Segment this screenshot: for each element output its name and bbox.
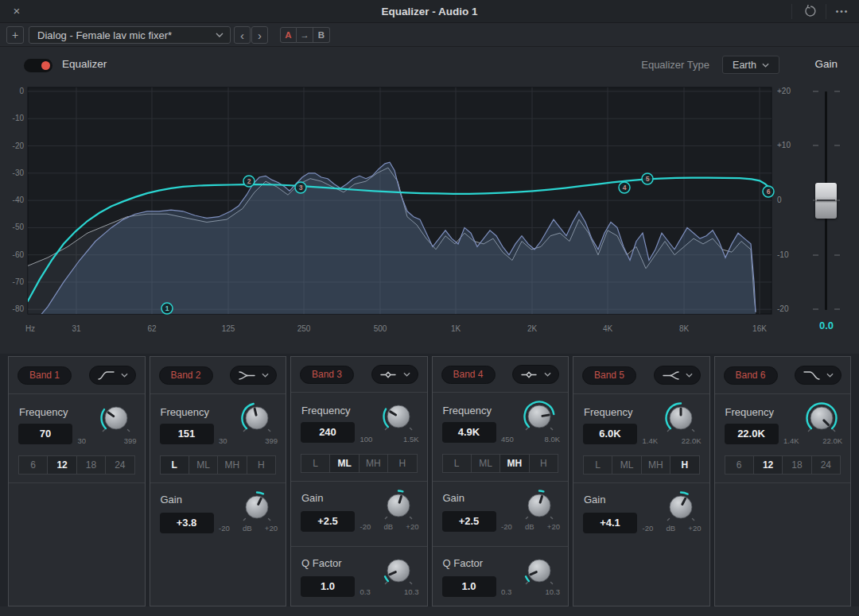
- gain-value[interactable]: +4.1: [583, 513, 637, 533]
- panel-filler: [9, 483, 145, 606]
- slope-button-ml[interactable]: ML: [330, 454, 359, 473]
- chevron-down-icon: [762, 63, 769, 68]
- y-axis-right-label: 0: [777, 196, 801, 204]
- history-button[interactable]: [799, 3, 821, 20]
- freq-label: Frequency: [161, 406, 209, 418]
- band-select-button[interactable]: Band 4: [441, 366, 496, 384]
- band-marker-number: 6: [767, 188, 771, 196]
- filter-type-dropdown[interactable]: [654, 366, 701, 385]
- gain-knob[interactable]: [381, 488, 416, 523]
- ab-copy-button[interactable]: →: [297, 27, 313, 43]
- gain-knob[interactable]: [239, 490, 274, 525]
- slope-button-18[interactable]: 18: [77, 455, 106, 475]
- slope-button-6[interactable]: 6: [18, 455, 48, 475]
- slope-buttons: LMLMHH: [583, 455, 700, 475]
- slope-button-mh[interactable]: MH: [218, 455, 247, 475]
- q-value[interactable]: 1.0: [442, 576, 496, 597]
- slope-button-24[interactable]: 24: [106, 455, 134, 475]
- x-axis-label: 31: [59, 324, 94, 333]
- freq-value[interactable]: 4.9K: [442, 422, 496, 443]
- slope-button-mh[interactable]: MH: [642, 455, 670, 475]
- options-menu-button[interactable]: •••: [830, 3, 854, 20]
- add-preset-button[interactable]: +: [6, 26, 24, 44]
- band-select-button[interactable]: Band 1: [17, 366, 72, 385]
- previous-preset-button[interactable]: ‹: [234, 26, 251, 44]
- filter-type-dropdown[interactable]: [795, 366, 842, 385]
- frequency-knob[interactable]: [663, 401, 698, 436]
- freq-value[interactable]: 151: [160, 424, 214, 444]
- frequency-knob[interactable]: [99, 401, 134, 436]
- chevron-down-icon: [544, 372, 551, 377]
- slope-button-l[interactable]: L: [301, 454, 330, 473]
- q-control: Q Factor1.00.310.3: [291, 547, 427, 606]
- freq-value[interactable]: 6.0K: [583, 424, 637, 444]
- frequency-knob[interactable]: [522, 399, 557, 434]
- slope-button-h[interactable]: H: [530, 454, 558, 473]
- slope-button-ml[interactable]: ML: [472, 454, 500, 473]
- band-select-button[interactable]: Band 6: [724, 366, 778, 385]
- band-marker-2[interactable]: 2: [243, 176, 255, 187]
- band-marker-4[interactable]: 4: [619, 182, 630, 193]
- slope-button-l[interactable]: L: [160, 455, 189, 475]
- filter-type-dropdown[interactable]: [89, 366, 136, 385]
- freq-knob-wrap: [663, 401, 698, 436]
- frequency-knob[interactable]: [381, 399, 416, 434]
- slope-button-mh[interactable]: MH: [360, 454, 388, 473]
- freq-value[interactable]: 70: [18, 424, 72, 444]
- freq-value[interactable]: 22.0K: [725, 424, 779, 444]
- band-select-button[interactable]: Band 5: [582, 366, 636, 385]
- equalizer-type-value: Earth: [733, 60, 756, 71]
- slope-button-mh[interactable]: MH: [500, 454, 529, 473]
- frequency-knob[interactable]: [804, 401, 839, 436]
- gain-slider-handle[interactable]: [815, 183, 837, 219]
- band-marker-number: 1: [165, 304, 169, 312]
- ab-b-button[interactable]: B: [313, 27, 330, 43]
- equalizer-enable-toggle[interactable]: [24, 59, 52, 72]
- footer-strip: [0, 606, 859, 616]
- slope-button-l[interactable]: L: [442, 454, 472, 473]
- filter-type-dropdown[interactable]: [371, 365, 418, 384]
- range-max-label: +20: [688, 524, 701, 533]
- range-max-label: +20: [406, 522, 418, 531]
- freq-value[interactable]: 240: [301, 422, 355, 443]
- gain-knob-wrap: [522, 488, 557, 523]
- slope-button-12[interactable]: 12: [754, 455, 783, 475]
- filter-type-dropdown[interactable]: [230, 366, 277, 385]
- range-unit-label: dB: [525, 522, 534, 531]
- ab-a-button[interactable]: A: [280, 27, 297, 43]
- equalizer-type-dropdown[interactable]: Earth: [722, 56, 779, 74]
- slope-button-24[interactable]: 24: [812, 455, 841, 475]
- band-select-button[interactable]: Band 3: [300, 366, 354, 384]
- range-min-label: 30: [78, 436, 87, 445]
- slope-button-h[interactable]: H: [670, 455, 699, 475]
- slope-button-18[interactable]: 18: [783, 455, 811, 475]
- range-labels: 1.4K22.0K: [643, 436, 702, 445]
- q-factor-knob[interactable]: [522, 553, 557, 588]
- slope-button-12[interactable]: 12: [48, 455, 76, 475]
- band-marker-6[interactable]: 6: [763, 186, 774, 197]
- slope-button-ml[interactable]: ML: [189, 455, 218, 475]
- slope-button-h[interactable]: H: [247, 455, 276, 475]
- band-marker-3[interactable]: 3: [295, 182, 306, 193]
- band-marker-number: 2: [247, 177, 251, 185]
- gain-header-label: Gain: [814, 58, 838, 70]
- next-preset-button[interactable]: ›: [251, 26, 268, 44]
- q-value[interactable]: 1.0: [301, 576, 355, 597]
- band-select-button[interactable]: Band 2: [159, 366, 213, 385]
- gain-knob[interactable]: [663, 490, 698, 525]
- gain-value[interactable]: +2.5: [442, 511, 496, 532]
- slope-button-6[interactable]: 6: [725, 455, 754, 475]
- band-marker-1[interactable]: 1: [161, 303, 173, 314]
- gain-knob[interactable]: [522, 488, 557, 523]
- slope-button-l[interactable]: L: [583, 455, 612, 475]
- gain-control: Gain+3.8-20dB+20: [150, 483, 286, 548]
- slope-button-h[interactable]: H: [388, 454, 417, 473]
- slope-button-ml[interactable]: ML: [612, 455, 641, 475]
- frequency-knob[interactable]: [239, 401, 274, 436]
- gain-value[interactable]: +2.5: [301, 511, 355, 532]
- band-marker-5[interactable]: 5: [642, 173, 653, 184]
- gain-value[interactable]: +3.8: [160, 513, 214, 533]
- filter-type-dropdown[interactable]: [512, 365, 559, 384]
- q-factor-knob[interactable]: [381, 553, 416, 588]
- preset-dropdown[interactable]: Dialog - Female lav mic fixer*: [29, 26, 231, 44]
